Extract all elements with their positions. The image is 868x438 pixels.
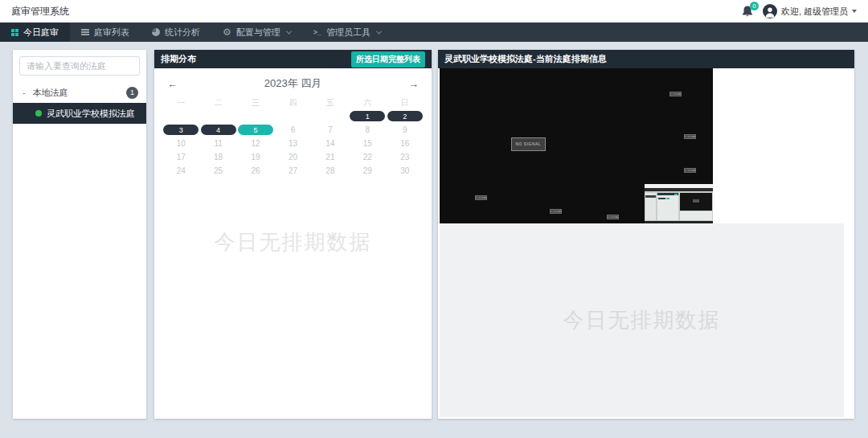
court-search-input[interactable] [19,56,140,76]
calendar-weekday: 一 [162,97,199,108]
calendar-day[interactable]: 5 [237,125,274,135]
calendar-day-highlighted[interactable]: 3 [163,125,199,135]
no-signal-label: NO SIGNAL [550,209,562,214]
prev-month-icon[interactable]: ← [162,78,182,90]
calendar-day [199,111,236,121]
court-item-label: 灵武职业学校模拟法庭 [47,108,135,120]
court-panel-title: 灵武职业学校模拟法庭-当前法庭排期信息 [444,53,607,65]
calendar-day[interactable]: 3 [162,125,199,135]
calendar-day[interactable]: 1 [349,111,386,121]
schedule-panel-header: 排期分布 所选日期完整列表 [154,50,432,68]
schedule-panel-title: 排期分布 [161,53,196,65]
grid-icon [11,29,18,36]
calendar-day[interactable]: 13 [274,138,311,149]
calendar-day[interactable]: 23 [387,152,424,162]
list-icon [81,29,89,35]
calendar-day-highlighted[interactable]: 1 [350,111,385,121]
header-right: 0 欢迎, 超级管理员 [741,4,857,18]
calendar-day[interactable]: 18 [199,152,236,162]
mini-sidebar-item [645,195,656,198]
pie-chart-icon [152,28,160,36]
calendar-title: 2023年 四月 [264,76,322,91]
mini-screenshot [645,184,713,223]
tree-collapse-icon[interactable]: - [23,88,26,97]
calendar-day[interactable]: 16 [387,138,424,149]
notification-bell-icon[interactable]: 0 [741,5,754,18]
user-menu-caret-icon [852,10,857,13]
calendar-day-highlighted[interactable]: 2 [387,111,423,121]
app-title: 庭审管理系统 [11,5,69,18]
calendar-day[interactable]: 26 [237,166,274,176]
calendar-day[interactable]: 21 [312,152,349,162]
nav-item-label: 管理员工具 [326,27,371,39]
nav-item-label: 庭审列表 [94,27,129,39]
calendar-day[interactable]: 27 [274,166,311,176]
no-signal-box: NO SIGNAL [511,137,546,151]
court-video-feed[interactable]: NO SIGNAL NO SIGNALNO SIGNALNO SIGNALNO … [440,68,713,223]
sidebar-court-item[interactable]: 灵武职业学校模拟法庭 [13,103,146,124]
calendar-day-selected[interactable]: 5 [238,125,273,135]
court-list: 灵武职业学校模拟法庭 [13,103,146,124]
calendar-day[interactable]: 29 [349,166,386,176]
chevron-down-icon [286,28,292,34]
nav-item-statistics[interactable]: 统计分析 [141,23,211,42]
court-empty-watermark: 今日无排期数据 [563,306,721,334]
avatar [763,4,777,18]
nav-item-label: 配置与管理 [236,27,280,39]
calendar-day[interactable]: 15 [349,138,386,149]
calendar-day[interactable]: 2 [387,111,424,121]
calendar-day [274,111,311,121]
mini-nav [645,188,713,191]
tree-node-local-courts[interactable]: - 本地法庭 1 [13,82,146,103]
court-info-panel: 灵武职业学校模拟法庭-当前法庭排期信息 NO SIGNAL NO SIGNALN… [438,50,854,419]
calendar-day-highlighted[interactable]: 4 [201,125,236,135]
calendar-day [162,111,199,121]
calendar-weekday: 五 [312,97,349,108]
calendar-day[interactable]: 10 [162,138,199,149]
mini-calendar-pill-teal [666,198,669,199]
nav-item-today-trials[interactable]: 今日庭审 [0,23,70,42]
calendar-day[interactable]: 24 [162,166,199,176]
nav-item-config-management[interactable]: ⚙配置与管理 [211,23,302,42]
user-menu[interactable]: 欢迎, 超级管理员 [763,4,857,18]
calendar-day[interactable]: 6 [274,125,311,135]
calendar-day [237,111,274,121]
no-signal-label: NO SIGNAL [607,215,619,219]
terminal-icon: >_ [313,28,321,36]
nav-item-trial-list[interactable]: 庭审列表 [70,23,141,42]
mini-calendar-pill-dark [658,198,665,199]
calendar-day[interactable]: 25 [199,166,236,176]
nav-item-label: 今日庭审 [23,27,59,39]
calendar-day[interactable]: 4 [199,125,236,135]
calendar-day[interactable]: 17 [162,152,199,162]
court-sidebar: - 本地法庭 1 灵武职业学校模拟法庭 [13,50,146,419]
next-month-icon[interactable]: → [403,78,424,90]
calendar-day[interactable]: 19 [237,152,274,162]
calendar-weekday: 二 [199,97,236,108]
calendar-day[interactable]: 30 [387,166,424,176]
calendar-day[interactable]: 7 [312,125,349,135]
calendar-day[interactable]: 9 [387,125,424,135]
calendar-day[interactable]: 8 [349,125,386,135]
tree-root-label: 本地法庭 [33,87,68,99]
nav-item-admin-tools[interactable]: >_管理员工具 [302,23,392,42]
schedule-panel: 排期分布 所选日期完整列表 ← 2023年 四月 → 一二三四五六日123456… [154,50,432,419]
court-panel-header: 灵武职业学校模拟法庭-当前法庭排期信息 [438,50,854,68]
calendar-day[interactable]: 11 [199,138,236,149]
calendar-day[interactable]: 20 [274,152,311,162]
calendar-weekday: 四 [274,97,311,108]
no-signal-label: NO SIGNAL [684,168,696,173]
calendar-header: ← 2023年 四月 → [162,73,424,94]
calendar-day[interactable]: 14 [312,138,349,149]
calendar-day [312,111,349,121]
calendar: ← 2023年 四月 → 一二三四五六日12345678910111213141… [154,68,432,176]
mini-empty-area [680,211,712,220]
chevron-down-icon [376,28,382,34]
calendar-weekday: 三 [237,97,274,108]
calendar-grid: 一二三四五六日123456789101112131415161718192021… [162,97,424,176]
court-empty-area: 今日无排期数据 [440,223,844,417]
calendar-day[interactable]: 12 [237,138,274,149]
calendar-day[interactable]: 22 [349,152,386,162]
calendar-day[interactable]: 28 [312,166,349,176]
full-list-button[interactable]: 所选日期完整列表 [351,51,425,68]
